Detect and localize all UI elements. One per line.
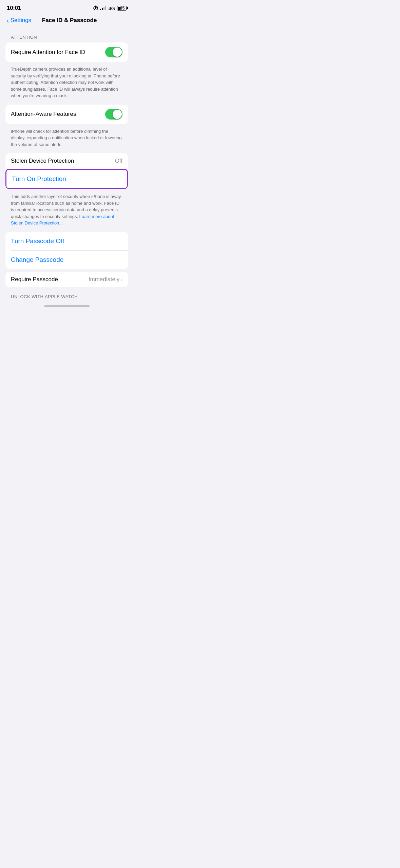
turn-on-protection-label: Turn On Protection [12, 175, 66, 182]
require-attention-row: Require Attention for Face ID [5, 42, 128, 62]
home-indicator [0, 303, 133, 309]
toggle-thumb [113, 48, 122, 57]
unlock-watch-section-label: UNLOCK WITH APPLE WATCH [5, 294, 128, 299]
mute-icon [93, 5, 98, 11]
stolen-device-row: Stolen Device Protection Off [5, 153, 128, 169]
chevron-right-icon: › [121, 277, 122, 282]
stolen-device-section: Stolen Device Protection Off Turn On Pro… [5, 153, 128, 189]
attention-aware-toggle[interactable] [105, 109, 122, 120]
signal-bar-4 [105, 6, 106, 10]
back-label: Settings [11, 17, 31, 24]
signal-bars [100, 6, 106, 10]
turn-on-protection-row[interactable]: Turn On Protection [5, 169, 128, 189]
back-chevron-icon: ‹ [7, 17, 9, 24]
change-passcode-row[interactable]: Change Passcode [5, 251, 128, 269]
signal-bar-2 [102, 8, 103, 10]
back-button[interactable]: ‹ Settings [7, 17, 31, 24]
attention-aware-description: iPhone will check for attention before d… [5, 127, 128, 153]
battery-percent: 35 [118, 6, 127, 11]
attention-aware-row: Attention-Aware Features [5, 105, 128, 124]
signal-bar-1 [100, 9, 101, 10]
turn-passcode-off-row[interactable]: Turn Passcode Off [5, 232, 128, 250]
require-attention-toggle[interactable] [105, 47, 122, 57]
status-bar: 10:01 4G 35 [0, 0, 133, 14]
stolen-device-description: This adds another layer of security when… [5, 192, 128, 232]
home-bar [44, 305, 90, 307]
change-passcode-label: Change Passcode [11, 256, 63, 263]
require-attention-description: TrueDepth camera provides an additional … [5, 65, 128, 105]
toggle-thumb-2 [113, 110, 122, 119]
stolen-device-label: Stolen Device Protection [11, 158, 115, 164]
require-passcode-value-container: Immediately › [89, 276, 122, 283]
network-label: 4G [108, 5, 115, 11]
signal-bar-3 [103, 7, 104, 10]
require-passcode-section: Require Passcode Immediately › [5, 272, 128, 287]
attention-aware-card: Attention-Aware Features [5, 105, 128, 124]
turn-passcode-off-label: Turn Passcode Off [11, 237, 64, 245]
battery-icon: 35 [117, 6, 127, 11]
stolen-device-status: Off [115, 158, 122, 164]
page-title: Face ID & Passcode [42, 17, 97, 24]
require-attention-label: Require Attention for Face ID [11, 49, 105, 56]
status-time: 10:01 [7, 5, 21, 12]
nav-header: ‹ Settings Face ID & Passcode [0, 14, 133, 28]
require-passcode-value: Immediately [89, 276, 120, 283]
attention-section-label: ATTENTION [5, 35, 128, 40]
require-attention-card: Require Attention for Face ID [5, 42, 128, 62]
status-icons: 4G 35 [93, 5, 127, 11]
main-content: ATTENTION Require Attention for Face ID … [0, 35, 133, 299]
attention-aware-label: Attention-Aware Features [11, 111, 105, 117]
require-passcode-label: Require Passcode [11, 276, 89, 283]
require-passcode-row[interactable]: Require Passcode Immediately › [5, 272, 128, 287]
passcode-section: Turn Passcode Off Change Passcode [5, 232, 128, 269]
